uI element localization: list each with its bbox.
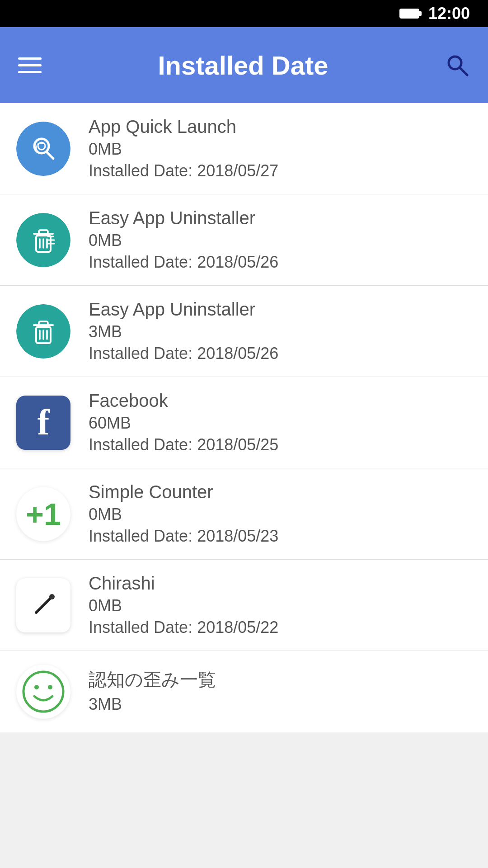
svg-point-22 — [49, 594, 55, 599]
svg-point-25 — [48, 685, 52, 689]
teal-trash-icon — [16, 213, 70, 267]
app-name: 認知の歪み一覧 — [89, 667, 216, 692]
app-icon: +1 — [16, 487, 70, 541]
app-name: App Quick Launch — [89, 117, 278, 137]
app-bar: Installed Date — [0, 27, 488, 103]
svg-line-1 — [460, 67, 467, 75]
battery-icon — [399, 9, 419, 19]
app-date: Installed Date: 2018/05/26 — [89, 253, 278, 272]
app-list: App Quick Launch 0MB Installed Date: 201… — [0, 103, 488, 732]
app-size: 0MB — [89, 505, 278, 524]
app-size: 3MB — [89, 322, 278, 341]
svg-point-23 — [23, 672, 63, 712]
smile-icon — [16, 665, 70, 719]
list-item[interactable]: Easy App Uninstaller 3MB Installed Date:… — [0, 286, 488, 377]
app-icon — [16, 665, 70, 719]
svg-point-24 — [34, 685, 39, 689]
svg-rect-7 — [39, 230, 48, 234]
status-bar: 12:00 — [0, 0, 488, 27]
svg-line-4 — [47, 152, 53, 159]
app-date: Installed Date: 2018/05/23 — [89, 527, 278, 546]
app-name: Easy App Uninstaller — [89, 299, 278, 320]
app-name: Facebook — [89, 391, 278, 411]
app-info: Chirashi 0MB Installed Date: 2018/05/22 — [89, 573, 278, 637]
app-name: Chirashi — [89, 573, 278, 594]
app-date: Installed Date: 2018/05/27 — [89, 161, 278, 180]
app-size: 0MB — [89, 231, 278, 250]
menu-icon[interactable] — [18, 57, 42, 73]
status-time: 12:00 — [428, 4, 470, 23]
counter-icon: +1 — [16, 487, 70, 541]
app-size: 0MB — [89, 140, 278, 159]
list-item[interactable]: 認知の歪み一覧 3MB — [0, 651, 488, 732]
app-name: Simple Counter — [89, 482, 278, 502]
app-info: Easy App Uninstaller 0MB Installed Date:… — [89, 208, 278, 272]
svg-rect-16 — [39, 321, 48, 325]
app-size: 0MB — [89, 596, 278, 615]
facebook-icon: f — [16, 396, 70, 450]
list-item[interactable]: Chirashi 0MB Installed Date: 2018/05/22 — [0, 560, 488, 651]
app-size: 3MB — [89, 695, 216, 714]
app-size: 60MB — [89, 414, 278, 433]
app-icon — [16, 304, 70, 359]
list-item[interactable]: +1 Simple Counter 0MB Installed Date: 20… — [0, 468, 488, 560]
app-icon — [16, 122, 70, 176]
app-info: Simple Counter 0MB Installed Date: 2018/… — [89, 482, 278, 546]
app-info: Easy App Uninstaller 3MB Installed Date:… — [89, 299, 278, 363]
app-icon — [16, 578, 70, 632]
blue-search-icon — [16, 122, 70, 176]
list-item[interactable]: f Facebook 60MB Installed Date: 2018/05/… — [0, 377, 488, 468]
list-item[interactable]: App Quick Launch 0MB Installed Date: 201… — [0, 103, 488, 194]
app-date: Installed Date: 2018/05/25 — [89, 435, 278, 454]
app-info: 認知の歪み一覧 3MB — [89, 667, 216, 717]
search-icon[interactable] — [445, 52, 470, 78]
app-date: Installed Date: 2018/05/26 — [89, 344, 278, 363]
app-date: Installed Date: 2018/05/22 — [89, 618, 278, 637]
app-icon: f — [16, 396, 70, 450]
page-title: Installed Date — [42, 50, 445, 80]
app-info: Facebook 60MB Installed Date: 2018/05/25 — [89, 391, 278, 454]
list-item[interactable]: Easy App Uninstaller 0MB Installed Date:… — [0, 194, 488, 286]
app-info: App Quick Launch 0MB Installed Date: 201… — [89, 117, 278, 180]
app-icon — [16, 213, 70, 267]
teal-trash-icon — [16, 304, 70, 359]
app-name: Easy App Uninstaller — [89, 208, 278, 228]
chirashi-icon — [16, 578, 70, 632]
